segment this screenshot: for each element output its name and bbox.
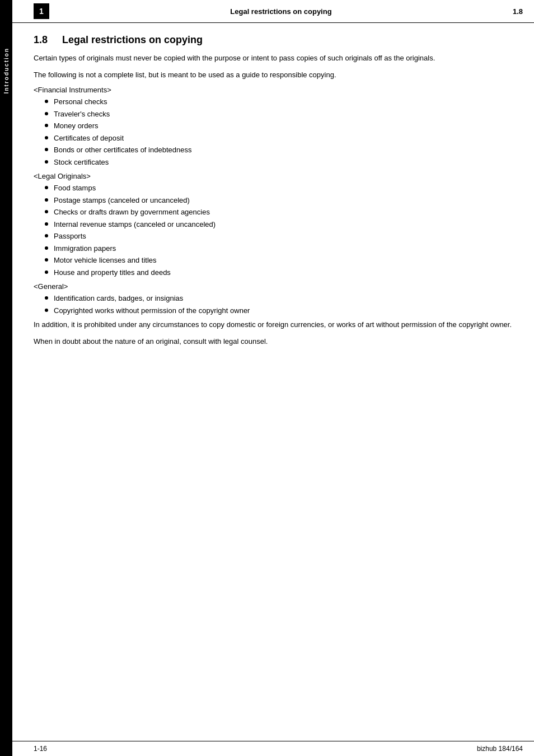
list-item: Internal revenue stamps (canceled or unc… (34, 219, 523, 230)
bullet-icon (45, 198, 48, 202)
list-item: Passports (34, 231, 523, 242)
list-item: Copyrighted works without permission of … (34, 305, 523, 316)
bullet-icon (45, 296, 48, 300)
list-item: Food stamps (34, 183, 523, 194)
bullet-icon (45, 112, 48, 115)
list-item: Money orders (34, 120, 523, 132)
list-item: Immigration papers (34, 243, 523, 254)
header-section-title: Legal restrictions on copying (230, 7, 331, 16)
closing-paragraph-1: In addition, it is prohibited under any … (34, 319, 523, 330)
category-financial-label: <Financial Instruments> (34, 86, 523, 94)
bullet-icon (45, 160, 48, 164)
section-heading: 1.8 Legal restrictions on copying (34, 34, 523, 46)
bullet-icon (45, 270, 48, 274)
page-container: Introduction 1 Legal restrictions on cop… (0, 0, 534, 756)
chapter-tab-label: Introduction (0, 45, 12, 94)
list-item: Motor vehicle licenses and titles (34, 255, 523, 266)
bullet-icon (45, 222, 48, 226)
header-section-number: 1.8 (513, 7, 523, 16)
legal-originals-list: Food stamps Postage stamps (canceled or … (34, 183, 523, 278)
bullet-icon (45, 148, 48, 151)
list-item: House and property titles and deeds (34, 267, 523, 278)
top-header: 1 Legal restrictions on copying 1.8 (0, 0, 534, 23)
list-item: Bonds or other certificates of indebtedn… (34, 144, 523, 156)
footer-page-number: 1-16 (34, 745, 47, 753)
category-general-label: <General> (34, 282, 523, 291)
list-item: Traveler's checks (34, 109, 523, 120)
chapter-box: 1 (34, 3, 49, 19)
intro-paragraph-2: The following is not a complete list, bu… (34, 69, 523, 81)
main-content: 1.8 Legal restrictions on copying Certai… (34, 23, 523, 347)
sidebar-intro-label: Introduction (3, 48, 10, 94)
bullet-icon (45, 246, 48, 250)
bullet-icon (45, 309, 48, 312)
list-item: Postage stamps (canceled or uncanceled) (34, 195, 523, 206)
list-item: Certificates of deposit (34, 133, 523, 144)
section-title: Legal restrictions on copying (62, 34, 203, 46)
bullet-icon (45, 186, 48, 189)
bullet-icon (45, 124, 48, 127)
general-list: Identification cards, badges, or insigni… (34, 293, 523, 316)
bullet-icon (45, 234, 48, 237)
financial-instruments-list: Personal checks Traveler's checks Money … (34, 96, 523, 167)
list-item: Stock certificates (34, 157, 523, 168)
chapter-tab: Introduction (0, 0, 12, 756)
closing-paragraph-2: When in doubt about the nature of an ori… (34, 336, 523, 347)
intro-paragraph-1: Certain types of originals must never be… (34, 53, 523, 64)
bullet-icon (45, 258, 48, 262)
list-item: Personal checks (34, 96, 523, 108)
bullet-icon (45, 210, 48, 213)
list-item: Identification cards, badges, or insigni… (34, 293, 523, 304)
bottom-footer: 1-16 bizhub 184/164 (0, 741, 534, 756)
category-legal-label: <Legal Originals> (34, 172, 523, 180)
section-number: 1.8 (34, 34, 53, 46)
bullet-icon (45, 100, 48, 103)
bullet-icon (45, 136, 48, 139)
list-item: Checks or drafts drawn by government age… (34, 207, 523, 218)
footer-brand: bizhub 184/164 (477, 745, 523, 753)
